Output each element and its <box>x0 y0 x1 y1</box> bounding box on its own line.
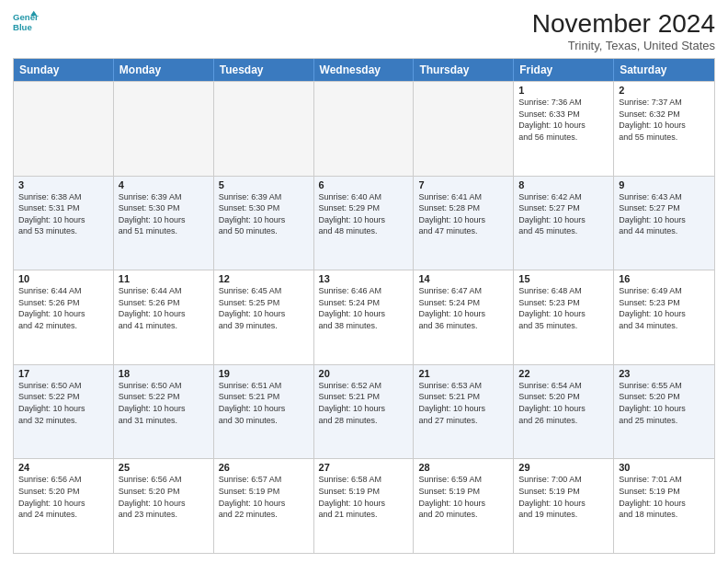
day-info: Sunrise: 6:44 AM Sunset: 5:26 PM Dayligh… <box>119 285 209 331</box>
day-info: Sunrise: 6:47 AM Sunset: 5:24 PM Dayligh… <box>418 285 508 331</box>
day-number: 21 <box>418 368 508 379</box>
day-number: 15 <box>518 273 609 284</box>
day-info: Sunrise: 6:55 AM Sunset: 5:20 PM Dayligh… <box>619 380 710 426</box>
day-number: 3 <box>18 179 108 190</box>
calendar-row-3: 10Sunrise: 6:44 AM Sunset: 5:26 PM Dayli… <box>14 270 714 364</box>
day-number: 28 <box>418 462 508 473</box>
calendar-row-2: 3Sunrise: 6:38 AM Sunset: 5:31 PM Daylig… <box>14 176 714 270</box>
day-number: 16 <box>619 273 710 284</box>
logo: General Blue <box>13 9 39 35</box>
day-info: Sunrise: 6:41 AM Sunset: 5:28 PM Dayligh… <box>418 191 508 237</box>
day-info: Sunrise: 6:50 AM Sunset: 5:22 PM Dayligh… <box>119 380 209 426</box>
day-info: Sunrise: 6:45 AM Sunset: 5:25 PM Dayligh… <box>219 285 309 331</box>
day-number: 26 <box>219 462 309 473</box>
calendar-body: 1Sunrise: 7:36 AM Sunset: 6:33 PM Daylig… <box>14 81 714 553</box>
day-number: 9 <box>619 179 710 190</box>
calendar-cell: 28Sunrise: 6:59 AM Sunset: 5:19 PM Dayli… <box>414 459 514 553</box>
calendar-cell: 26Sunrise: 6:57 AM Sunset: 5:19 PM Dayli… <box>214 459 314 553</box>
calendar-cell: 23Sunrise: 6:55 AM Sunset: 5:20 PM Dayli… <box>614 365 714 459</box>
calendar-cell: 15Sunrise: 6:48 AM Sunset: 5:23 PM Dayli… <box>514 270 614 364</box>
day-info: Sunrise: 7:01 AM Sunset: 5:19 PM Dayligh… <box>619 474 710 520</box>
day-number: 25 <box>119 462 209 473</box>
day-number: 2 <box>619 85 710 96</box>
day-info: Sunrise: 6:53 AM Sunset: 5:21 PM Dayligh… <box>418 380 508 426</box>
calendar-row-5: 24Sunrise: 6:56 AM Sunset: 5:20 PM Dayli… <box>14 458 714 553</box>
calendar-cell: 1Sunrise: 7:36 AM Sunset: 6:33 PM Daylig… <box>514 82 614 176</box>
day-number: 4 <box>119 179 209 190</box>
day-number: 18 <box>119 368 209 379</box>
calendar-row-4: 17Sunrise: 6:50 AM Sunset: 5:22 PM Dayli… <box>14 364 714 459</box>
title-block: November 2024 Trinity, Texas, United Sta… <box>532 9 715 52</box>
location: Trinity, Texas, United States <box>532 39 715 52</box>
day-number: 10 <box>18 273 108 284</box>
day-info: Sunrise: 6:51 AM Sunset: 5:21 PM Dayligh… <box>219 380 309 426</box>
calendar-cell: 20Sunrise: 6:52 AM Sunset: 5:21 PM Dayli… <box>314 365 415 459</box>
calendar-cell: 7Sunrise: 6:41 AM Sunset: 5:28 PM Daylig… <box>414 177 514 270</box>
day-number: 27 <box>319 462 409 473</box>
day-number: 20 <box>319 368 409 379</box>
calendar-cell: 4Sunrise: 6:39 AM Sunset: 5:30 PM Daylig… <box>114 177 214 270</box>
day-number: 12 <box>219 273 309 284</box>
calendar-cell: 8Sunrise: 6:42 AM Sunset: 5:27 PM Daylig… <box>514 177 614 270</box>
calendar-cell: 5Sunrise: 6:39 AM Sunset: 5:30 PM Daylig… <box>214 177 314 270</box>
day-number: 19 <box>219 368 309 379</box>
day-number: 30 <box>619 462 710 473</box>
day-info: Sunrise: 6:52 AM Sunset: 5:21 PM Dayligh… <box>319 380 409 426</box>
calendar-cell: 18Sunrise: 6:50 AM Sunset: 5:22 PM Dayli… <box>114 365 214 459</box>
calendar-cell: 16Sunrise: 6:49 AM Sunset: 5:23 PM Dayli… <box>614 270 714 364</box>
month-title: November 2024 <box>532 9 715 39</box>
calendar-cell: 24Sunrise: 6:56 AM Sunset: 5:20 PM Dayli… <box>14 459 114 553</box>
header: General Blue November 2024 Trinity, Texa… <box>13 9 715 52</box>
header-day-monday: Monday <box>114 59 214 81</box>
day-info: Sunrise: 6:44 AM Sunset: 5:26 PM Dayligh… <box>18 285 108 331</box>
day-info: Sunrise: 7:00 AM Sunset: 5:19 PM Dayligh… <box>518 474 609 520</box>
day-number: 23 <box>619 368 710 379</box>
day-number: 29 <box>518 462 609 473</box>
day-number: 14 <box>418 273 508 284</box>
calendar-cell: 25Sunrise: 6:56 AM Sunset: 5:20 PM Dayli… <box>114 459 214 553</box>
day-info: Sunrise: 6:39 AM Sunset: 5:30 PM Dayligh… <box>219 191 309 237</box>
day-info: Sunrise: 6:59 AM Sunset: 5:19 PM Dayligh… <box>418 474 508 520</box>
day-info: Sunrise: 6:49 AM Sunset: 5:23 PM Dayligh… <box>619 285 710 331</box>
day-info: Sunrise: 6:56 AM Sunset: 5:20 PM Dayligh… <box>18 474 108 520</box>
day-number: 7 <box>418 179 508 190</box>
svg-text:Blue: Blue <box>13 22 32 32</box>
calendar-cell <box>14 82 114 176</box>
day-info: Sunrise: 6:58 AM Sunset: 5:19 PM Dayligh… <box>319 474 409 520</box>
day-info: Sunrise: 6:38 AM Sunset: 5:31 PM Dayligh… <box>18 191 108 237</box>
day-info: Sunrise: 6:40 AM Sunset: 5:29 PM Dayligh… <box>319 191 409 237</box>
day-number: 11 <box>119 273 209 284</box>
day-number: 6 <box>319 179 409 190</box>
day-info: Sunrise: 6:42 AM Sunset: 5:27 PM Dayligh… <box>518 191 609 237</box>
header-day-saturday: Saturday <box>614 59 714 81</box>
logo-icon: General Blue <box>13 9 39 35</box>
header-day-wednesday: Wednesday <box>314 59 415 81</box>
page: General Blue November 2024 Trinity, Texa… <box>0 0 728 563</box>
day-info: Sunrise: 7:36 AM Sunset: 6:33 PM Dayligh… <box>518 97 609 143</box>
calendar-cell: 19Sunrise: 6:51 AM Sunset: 5:21 PM Dayli… <box>214 365 314 459</box>
calendar: SundayMondayTuesdayWednesdayThursdayFrid… <box>13 58 715 554</box>
header-day-tuesday: Tuesday <box>214 59 314 81</box>
day-info: Sunrise: 6:43 AM Sunset: 5:27 PM Dayligh… <box>619 191 710 237</box>
day-number: 17 <box>18 368 108 379</box>
day-number: 13 <box>319 273 409 284</box>
day-number: 24 <box>18 462 108 473</box>
calendar-cell: 22Sunrise: 6:54 AM Sunset: 5:20 PM Dayli… <box>514 365 614 459</box>
calendar-cell: 14Sunrise: 6:47 AM Sunset: 5:24 PM Dayli… <box>414 270 514 364</box>
day-info: Sunrise: 6:54 AM Sunset: 5:20 PM Dayligh… <box>518 380 609 426</box>
calendar-header: SundayMondayTuesdayWednesdayThursdayFrid… <box>14 59 714 81</box>
day-info: Sunrise: 7:37 AM Sunset: 6:32 PM Dayligh… <box>619 97 710 143</box>
calendar-cell: 6Sunrise: 6:40 AM Sunset: 5:29 PM Daylig… <box>314 177 415 270</box>
calendar-cell: 29Sunrise: 7:00 AM Sunset: 5:19 PM Dayli… <box>514 459 614 553</box>
day-number: 8 <box>518 179 609 190</box>
day-number: 1 <box>518 85 609 96</box>
day-number: 5 <box>219 179 309 190</box>
calendar-cell: 11Sunrise: 6:44 AM Sunset: 5:26 PM Dayli… <box>114 270 214 364</box>
calendar-cell: 3Sunrise: 6:38 AM Sunset: 5:31 PM Daylig… <box>14 177 114 270</box>
header-day-friday: Friday <box>514 59 614 81</box>
day-info: Sunrise: 6:50 AM Sunset: 5:22 PM Dayligh… <box>18 380 108 426</box>
calendar-cell <box>314 82 415 176</box>
calendar-cell <box>214 82 314 176</box>
header-day-thursday: Thursday <box>414 59 514 81</box>
calendar-cell: 2Sunrise: 7:37 AM Sunset: 6:32 PM Daylig… <box>614 82 714 176</box>
